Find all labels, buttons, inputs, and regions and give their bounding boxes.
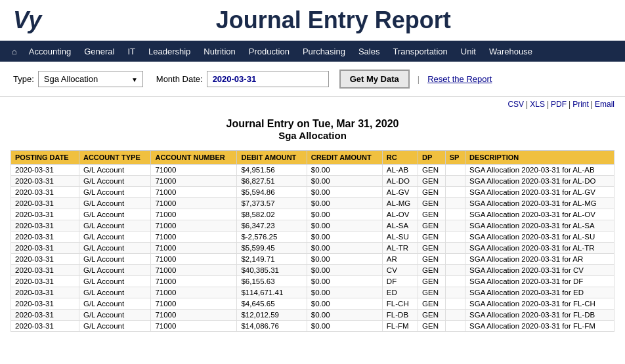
col-sp: SP [445,151,465,165]
nav-bar: ⌂ Accounting General IT Leadership Nutri… [0,41,625,62]
page-title: Journal Entry Report [54,7,612,34]
table-row: 2020-03-31G/L Account71000$14,086.76$0.0… [11,321,614,332]
nav-accounting[interactable]: Accounting [22,41,77,62]
table-cell: 2020-03-31 [11,276,79,287]
table-cell [445,310,465,321]
table-cell: 71000 [151,198,237,209]
table-cell: $0.00 [307,265,382,276]
table-cell: $114,671.41 [237,287,307,298]
table-cell: AL-MG [382,198,418,209]
table-cell: 71000 [151,321,237,332]
table-cell: ED [382,287,418,298]
table-cell [445,176,465,187]
table-cell [445,187,465,198]
table-cell: GEN [418,276,446,287]
table-cell [445,243,465,254]
nav-sales[interactable]: Sales [352,41,387,62]
table-row: 2020-03-31G/L Account71000$12,012.59$0.0… [11,310,614,321]
table-cell: SGA Allocation 2020-03-31 for AL-SA [465,220,614,232]
table-cell: $0.00 [307,198,382,209]
table-cell: GEN [418,298,446,310]
table-cell: $0.00 [307,321,382,332]
table-cell: G/L Account [79,265,151,276]
table-cell [445,287,465,298]
table-cell: 71000 [151,310,237,321]
table-cell [445,276,465,287]
table-container: POSTING DATE ACCOUNT TYPE ACCOUNT NUMBER… [0,144,625,338]
table-row: 2020-03-31G/L Account71000$2,149.71$0.00… [11,254,614,265]
col-rc: RC [382,151,418,165]
table-cell: 71000 [151,287,237,298]
table-cell: SGA Allocation 2020-03-31 for FL-DB [465,310,614,321]
table-row: 2020-03-31G/L Account71000$6,827.51$0.00… [11,176,614,187]
nav-it[interactable]: IT [121,41,142,62]
table-cell: SGA Allocation 2020-03-31 for FL-CH [465,298,614,310]
table-cell: 71000 [151,232,237,243]
table-cell: 71000 [151,187,237,198]
table-cell: 2020-03-31 [11,176,79,187]
nav-nutrition[interactable]: Nutrition [197,41,242,62]
table-cell: G/L Account [79,310,151,321]
table-cell [445,220,465,232]
table-cell: $-2,576.25 [237,232,307,243]
export-csv[interactable]: CSV [507,100,524,109]
table-cell [445,209,465,220]
table-cell: DF [382,276,418,287]
table-cell: SGA Allocation 2020-03-31 for DF [465,276,614,287]
table-cell: 71000 [151,265,237,276]
nav-home[interactable]: ⌂ [7,41,22,62]
table-cell: SGA Allocation 2020-03-31 for FL-FM [465,321,614,332]
table-cell: GEN [418,243,446,254]
table-cell: $0.00 [307,287,382,298]
table-cell: $40,385.31 [237,265,307,276]
table-cell: SGA Allocation 2020-03-31 for AL-DO [465,176,614,187]
table-cell: 71000 [151,165,237,176]
table-cell: 2020-03-31 [11,220,79,232]
table-cell: $0.00 [307,187,382,198]
type-select-wrapper: Sga Allocation ▼ [38,71,143,87]
table-cell: SGA Allocation 2020-03-31 for AL-SU [465,232,614,243]
table-cell: $8,582.02 [237,209,307,220]
table-cell: 2020-03-31 [11,243,79,254]
nav-unit[interactable]: Unit [454,41,483,62]
export-pdf[interactable]: PDF [551,100,567,109]
month-label: Month Date: [156,74,203,84]
table-cell: G/L Account [79,243,151,254]
export-email[interactable]: Email [595,100,614,109]
nav-general[interactable]: General [77,41,121,62]
table-cell: AL-SU [382,232,418,243]
table-cell: 71000 [151,254,237,265]
table-cell: AL-OV [382,209,418,220]
table-cell [445,254,465,265]
get-data-button[interactable]: Get My Data [339,70,410,89]
table-cell: FL-DB [382,310,418,321]
col-account-number: ACCOUNT NUMBER [151,151,237,165]
table-cell: GEN [418,254,446,265]
col-credit-amount: CREDIT AMOUNT [307,151,382,165]
nav-warehouse[interactable]: Warehouse [483,41,539,62]
export-print[interactable]: Print [572,100,589,109]
nav-transportation[interactable]: Transportation [386,41,454,62]
table-cell: FL-FM [382,321,418,332]
month-input[interactable] [207,71,329,87]
col-description: DESCRIPTION [465,151,614,165]
divider: | [418,74,420,84]
nav-purchasing[interactable]: Purchasing [296,41,352,62]
nav-leadership[interactable]: Leadership [142,41,197,62]
table-cell: GEN [418,232,446,243]
type-select[interactable]: Sga Allocation [38,71,143,87]
export-bar: CSV|XLS|PDF|Print|Email [0,97,625,110]
table-cell: $0.00 [307,243,382,254]
table-row: 2020-03-31G/L Account71000$40,385.31$0.0… [11,265,614,276]
report-date-title: Journal Entry on Tue, Mar 31, 2020 [0,118,625,130]
table-cell: GEN [418,265,446,276]
export-xls[interactable]: XLS [530,100,545,109]
table-row: 2020-03-31G/L Account71000$4,951.56$0.00… [11,165,614,176]
table-cell: GEN [418,176,446,187]
reset-link[interactable]: Reset the Report [427,74,492,84]
nav-production[interactable]: Production [242,41,296,62]
table-cell [445,165,465,176]
table-cell: 2020-03-31 [11,321,79,332]
table-cell: AL-AB [382,165,418,176]
table-cell: G/L Account [79,198,151,209]
